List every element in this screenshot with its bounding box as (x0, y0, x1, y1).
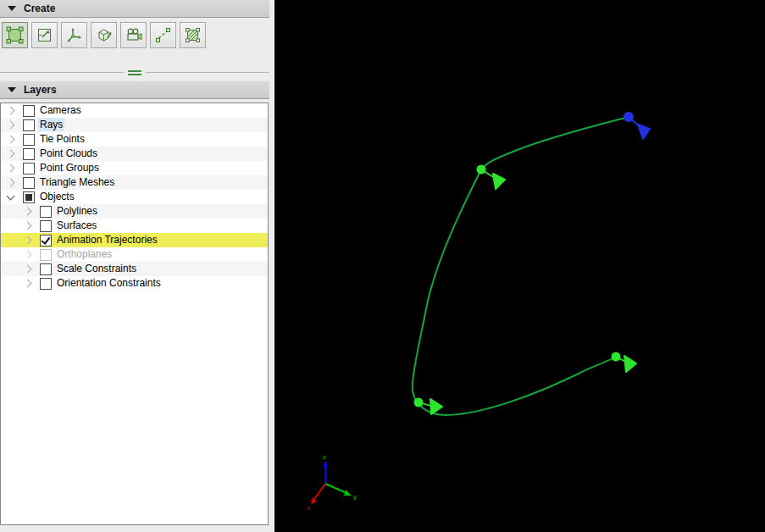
checkbox-unchecked[interactable] (23, 148, 35, 160)
layer-row-cameras[interactable]: Cameras (1, 103, 268, 118)
chevron-right-icon[interactable] (24, 236, 32, 245)
layer-label: Rays (38, 118, 64, 131)
layer-label: Point Groups (40, 161, 99, 175)
chevron-right-icon[interactable] (7, 179, 15, 187)
layer-row-orthoplanes: Orthoplanes (1, 247, 268, 262)
checkbox-unchecked[interactable] (23, 177, 35, 189)
trajectory-canvas: z y x (274, 0, 765, 532)
layer-label: Point Clouds (40, 147, 97, 161)
chevron-right-icon (24, 251, 32, 259)
layer-row-polylines[interactable]: Polylines (1, 204, 268, 219)
trajectory-curve (413, 117, 629, 415)
layer-label: Cameras (40, 103, 81, 118)
layer-row-surfaces[interactable]: Surfaces (1, 219, 268, 233)
left-panel: Create (0, 0, 269, 532)
draw-box-button[interactable] (91, 22, 117, 48)
chevron-right-icon[interactable] (7, 136, 15, 144)
layer-label: Surfaces (57, 219, 97, 233)
trajectory-keyframe[interactable] (477, 165, 506, 190)
3d-viewport[interactable]: z y x (274, 0, 765, 532)
chevron-right-icon[interactable] (24, 265, 32, 274)
draw-region-button[interactable] (2, 22, 28, 48)
layer-row-point-clouds[interactable]: Point Clouds (1, 147, 268, 161)
polyline-icon (154, 26, 172, 44)
checkbox-unchecked[interactable] (23, 105, 35, 117)
trajectory-keyframe[interactable] (612, 352, 637, 373)
create-section-title: Create (24, 3, 55, 14)
layers-section-title: Layers (24, 84, 57, 96)
resize-region-button[interactable] (31, 22, 58, 48)
checkbox-unchecked[interactable] (40, 220, 52, 232)
z-axis-label: z (323, 453, 326, 461)
create-toolbar (2, 22, 209, 49)
layers-tree: Cameras Rays Tie Points Point Clouds Poi… (0, 103, 269, 525)
collapse-triangle-icon[interactable] (8, 6, 16, 11)
chevron-right-icon[interactable] (24, 280, 32, 288)
checkbox-unchecked[interactable] (40, 263, 52, 275)
layer-row-point-groups[interactable]: Point Groups (1, 161, 268, 175)
checkbox-unchecked[interactable] (23, 119, 35, 131)
collapse-triangle-icon[interactable] (8, 87, 16, 92)
layer-label: Orthoplanes (57, 247, 112, 262)
trajectory-keyframe-selected[interactable] (624, 112, 650, 139)
y-axis-arrow (344, 490, 352, 496)
polygon-icon (184, 26, 202, 44)
layer-row-animation-trajectories[interactable]: Animation Trajectories (1, 233, 268, 247)
chevron-right-icon[interactable] (24, 222, 32, 230)
layer-label: Scale Constraints (57, 262, 136, 276)
camera-icon (125, 26, 142, 44)
layer-label: Tie Points (40, 132, 85, 147)
region-icon (6, 26, 24, 44)
checkbox-checked[interactable] (40, 235, 52, 247)
layer-label: Triangle Meshes (40, 175, 114, 190)
box-icon (95, 26, 113, 44)
axes-icon (65, 26, 83, 44)
animation-camera-button[interactable] (120, 22, 147, 48)
layer-row-objects[interactable]: Objects (1, 190, 268, 204)
panel-splitter-handle[interactable] (124, 69, 146, 77)
checkbox-unchecked[interactable] (40, 278, 52, 290)
layer-label: Polylines (57, 204, 97, 219)
checkbox-unchecked[interactable] (40, 206, 52, 218)
draw-polyline-button[interactable] (150, 22, 176, 48)
layer-row-triangle-meshes[interactable]: Triangle Meshes (1, 175, 268, 190)
resize-icon (36, 26, 53, 44)
layer-row-tie-points[interactable]: Tie Points (1, 132, 268, 147)
chevron-right-icon[interactable] (24, 208, 32, 216)
layer-label: Objects (40, 190, 75, 204)
layer-label: Animation Trajectories (57, 233, 158, 247)
layer-row-scale-constraints[interactable]: Scale Constraints (1, 262, 268, 276)
checkbox-partial[interactable] (23, 191, 35, 203)
checkbox-unchecked[interactable] (23, 163, 35, 175)
chevron-right-icon[interactable] (7, 107, 15, 115)
move-region-button[interactable] (61, 22, 87, 48)
y-axis-label: y (353, 493, 357, 501)
chevron-right-icon[interactable] (7, 150, 15, 158)
chevron-right-icon[interactable] (7, 164, 15, 173)
layer-row-orientation-constraints[interactable]: Orientation Constraints (1, 276, 268, 291)
chevron-right-icon[interactable] (7, 121, 15, 130)
x-axis-label: x (307, 504, 310, 512)
layer-label: Orientation Constraints (57, 276, 161, 291)
chevron-down-icon[interactable] (7, 192, 15, 201)
axis-gizmo: z y x (307, 453, 357, 512)
layer-row-rays[interactable]: Rays (1, 118, 268, 132)
layers-section-header[interactable]: Layers (0, 81, 269, 99)
checkbox-disabled (40, 249, 52, 261)
draw-polygon-button[interactable] (180, 22, 206, 48)
create-section-header[interactable]: Create (0, 0, 269, 18)
checkbox-unchecked[interactable] (23, 134, 35, 146)
z-axis-arrow (323, 461, 328, 467)
